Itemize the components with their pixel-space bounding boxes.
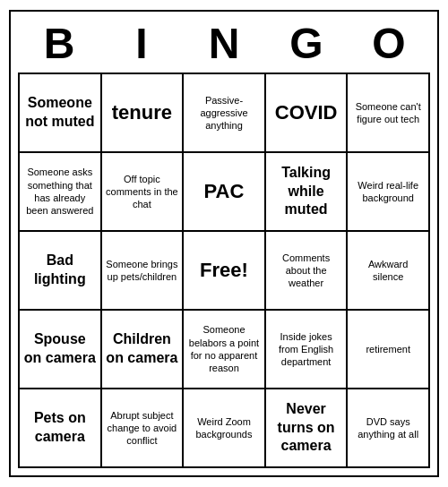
bingo-cell-0[interactable]: Someone not muted [20,74,102,153]
cell-text-9: Weird real-life background [351,179,425,205]
cell-text-13: Comments about the weather [270,252,343,290]
cell-text-14: Awkward silence [351,258,425,284]
bingo-card: BINGO Someone not mutedtenurePassive-agg… [9,10,439,477]
bingo-cell-1[interactable]: tenure [102,74,185,153]
bingo-cell-23[interactable]: Never turns on camera [266,389,349,468]
cell-text-6: Off topic comments in the chat [106,173,179,211]
cell-text-24: DVD says anything at all [351,415,425,441]
bingo-cell-8[interactable]: Talking while muted [266,153,349,232]
cell-text-2: Passive-aggressive anything [187,94,261,132]
cell-text-5: Someone asks something that has already … [23,166,97,217]
bingo-cell-9[interactable]: Weird real-life background [348,153,430,232]
bingo-letter-o: O [349,22,428,65]
bingo-cell-3[interactable]: COVID [266,74,349,153]
cell-text-15: Spouse on camera [23,330,97,368]
bingo-header: BINGO [18,19,430,73]
cell-text-17: Someone belabors a point for no apparent… [187,323,261,374]
cell-text-0: Someone not muted [23,94,97,132]
bingo-letter-b: B [20,22,99,65]
bingo-grid: Someone not mutedtenurePassive-aggressiv… [18,73,430,468]
bingo-letter-n: N [185,22,263,65]
cell-text-12: Free! [200,258,248,284]
cell-text-3: COVID [275,100,338,126]
bingo-cell-14[interactable]: Awkward silence [348,232,430,311]
cell-text-1: tenure [112,100,172,126]
bingo-cell-4[interactable]: Someone can't figure out tech [348,74,430,153]
cell-text-7: PAC [204,179,245,205]
bingo-cell-10[interactable]: Bad lighting [20,232,102,311]
cell-text-4: Someone can't figure out tech [351,100,425,126]
bingo-cell-24[interactable]: DVD says anything at all [348,389,430,468]
bingo-cell-20[interactable]: Pets on camera [20,389,102,468]
bingo-cell-7[interactable]: PAC [184,153,266,232]
bingo-cell-18[interactable]: Inside jokes from English department [266,311,349,389]
bingo-cell-16[interactable]: Children on camera [102,311,185,389]
bingo-cell-2[interactable]: Passive-aggressive anything [184,74,266,153]
bingo-cell-19[interactable]: retirement [348,311,430,389]
cell-text-8: Talking while muted [270,164,343,219]
bingo-letter-i: I [102,22,181,65]
bingo-cell-11[interactable]: Someone brings up pets/children [102,232,185,311]
cell-text-19: retirement [366,343,410,355]
cell-text-11: Someone brings up pets/children [106,258,179,284]
bingo-cell-21[interactable]: Abrupt subject change to avoid conflict [102,389,185,468]
bingo-cell-5[interactable]: Someone asks something that has already … [20,153,102,232]
cell-text-20: Pets on camera [23,409,97,447]
cell-text-22: Weird Zoom backgrounds [187,415,261,441]
bingo-cell-6[interactable]: Off topic comments in the chat [102,153,185,232]
bingo-letter-g: G [267,22,346,65]
bingo-cell-22[interactable]: Weird Zoom backgrounds [184,389,266,468]
cell-text-18: Inside jokes from English department [270,330,343,369]
cell-text-21: Abrupt subject change to avoid conflict [106,409,179,448]
bingo-cell-12[interactable]: Free! [184,232,266,311]
cell-text-16: Children on camera [106,330,179,368]
bingo-cell-13[interactable]: Comments about the weather [266,232,349,311]
bingo-cell-15[interactable]: Spouse on camera [20,311,102,389]
bingo-cell-17[interactable]: Someone belabors a point for no apparent… [184,311,266,389]
cell-text-23: Never turns on camera [270,400,343,456]
cell-text-10: Bad lighting [23,252,97,289]
